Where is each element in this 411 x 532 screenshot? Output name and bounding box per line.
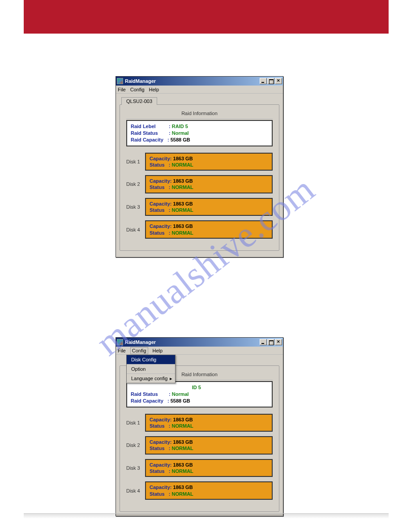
maximize-button[interactable] xyxy=(267,339,274,345)
raid-info-header: Raid Information xyxy=(126,109,273,119)
raidmanager-window-main: RaidManager File Config Help QLSU2-003 R… xyxy=(116,76,283,257)
raid-status-label: Raid Status xyxy=(131,391,167,398)
disk-name: Disk 1 xyxy=(126,420,145,425)
raid-panel: Raid Information ID 5 Raid Status : Norm… xyxy=(120,365,279,512)
disk-info-box: Capacity: 1863 GB Status : NORMAL xyxy=(145,459,273,477)
maximize-button[interactable] xyxy=(267,78,274,84)
raid-level-label: Raid Lebel xyxy=(131,123,167,130)
page-header-banner xyxy=(24,0,389,34)
window-controls xyxy=(260,78,282,84)
minimize-button[interactable] xyxy=(260,78,267,84)
menu-help[interactable]: Help xyxy=(153,348,163,353)
raid-capacity-label: Raid Capacity xyxy=(131,137,167,143)
menu-config[interactable]: Config xyxy=(130,87,145,92)
disk-name: Disk 4 xyxy=(126,227,145,232)
menu-config[interactable]: Config xyxy=(130,347,148,354)
window-titlebar: RaidManager xyxy=(116,338,283,347)
raid-info-box: Raid Lebel : RAID 5 Raid Status : Normal… xyxy=(126,120,273,146)
disk-name: Disk 2 xyxy=(126,181,145,187)
menu-help[interactable]: Help xyxy=(149,87,159,92)
disk-row: Disk 4 Capacity: 1863 GB Status : NORMAL xyxy=(126,481,273,500)
disk-info-box: Capacity: 1863 GB Status : NORMAL xyxy=(145,220,273,239)
disk-info-box: Capacity: 1863 GB Status : NORMAL xyxy=(145,481,273,500)
disk-status-value: NORMAL xyxy=(172,162,193,167)
disk-row: Disk 1 Capacity: 1863 GB Status : NORMAL xyxy=(126,414,273,432)
disk-capacity-label: Capacity xyxy=(150,156,170,161)
raid-level-value-partial: ID 5 xyxy=(192,385,201,390)
disk-row: Disk 2 Capacity: 1863 GB Status : NORMAL xyxy=(126,175,273,193)
minimize-button[interactable] xyxy=(260,339,267,345)
raid-info-box: ID 5 Raid Status : Normal Raid Capacity:… xyxy=(126,381,273,408)
window-controls xyxy=(260,339,282,345)
disk-row: Disk 2 Capacity: 1863 GB Status : NORMAL xyxy=(126,436,273,455)
menu-bar: File Config Help xyxy=(116,347,283,355)
disk-info-box: Capacity: 1863 GB Status : NORMAL xyxy=(145,436,273,455)
disk-info-box: Capacity: 1863 GB Status : NORMAL xyxy=(145,175,273,193)
disk-capacity-value: 1863 GB xyxy=(173,156,193,161)
disk-name: Disk 4 xyxy=(126,488,145,493)
disk-info-box: Capacity: 1863 GB Status : NORMAL xyxy=(145,414,273,432)
menu-bar: File Config Help xyxy=(116,86,283,94)
disk-name: Disk 3 xyxy=(126,204,145,210)
disk-name: Disk 3 xyxy=(126,465,145,471)
raid-capacity-value: 5588 GB xyxy=(171,137,190,142)
disk-row: Disk 3 Capacity: 1863 GB Status : NORMAL xyxy=(126,198,273,216)
window-titlebar: RaidManager xyxy=(116,77,283,86)
disk-name: Disk 1 xyxy=(126,159,145,164)
window-title: RaidManager xyxy=(125,339,260,345)
disk-row: Disk 3 Capacity: 1863 GB Status : NORMAL xyxy=(126,459,273,477)
app-icon xyxy=(117,78,123,84)
window-title: RaidManager xyxy=(125,78,260,84)
app-icon xyxy=(117,339,123,345)
content-area: QLSU2-003 Raid Information Raid Lebel : … xyxy=(116,94,283,255)
menu-file[interactable]: File xyxy=(118,348,126,353)
device-tab[interactable]: QLSU2-003 xyxy=(121,97,157,105)
page-footer-divider xyxy=(24,513,389,519)
raid-status-value: Normal xyxy=(172,130,189,136)
config-dropdown: Disk Config Option Language config xyxy=(126,355,176,383)
dropdown-language-config[interactable]: Language config xyxy=(127,374,175,383)
raid-capacity-value: 5588 GB xyxy=(171,398,190,403)
raid-status-value: Normal xyxy=(172,391,189,397)
raid-panel: Raid Information Raid Lebel : RAID 5 Rai… xyxy=(120,104,279,251)
raid-level-value: RAID 5 xyxy=(172,124,188,129)
dropdown-option[interactable]: Option xyxy=(127,365,175,374)
menu-file[interactable]: File xyxy=(118,87,126,92)
close-button[interactable] xyxy=(275,339,282,345)
raidmanager-window-config-open: RaidManager File Config Help Disk Config… xyxy=(116,337,283,516)
disk-name: Disk 2 xyxy=(126,442,145,448)
close-button[interactable] xyxy=(275,78,282,84)
disk-status-label: Status xyxy=(150,162,165,167)
raid-capacity-label: Raid Capacity xyxy=(131,398,167,404)
disk-info-box: Capacity: 1863 GB Status : NORMAL xyxy=(145,198,273,216)
raid-status-label: Raid Status xyxy=(131,130,167,137)
disk-row: Disk 1 Capacity: 1863 GB Status : NORMAL xyxy=(126,153,273,171)
dropdown-disk-config[interactable]: Disk Config xyxy=(127,355,175,365)
disk-row: Disk 4 Capacity: 1863 GB Status : NORMAL xyxy=(126,220,273,239)
disk-info-box: Capacity: 1863 GB Status : NORMAL xyxy=(145,153,273,171)
